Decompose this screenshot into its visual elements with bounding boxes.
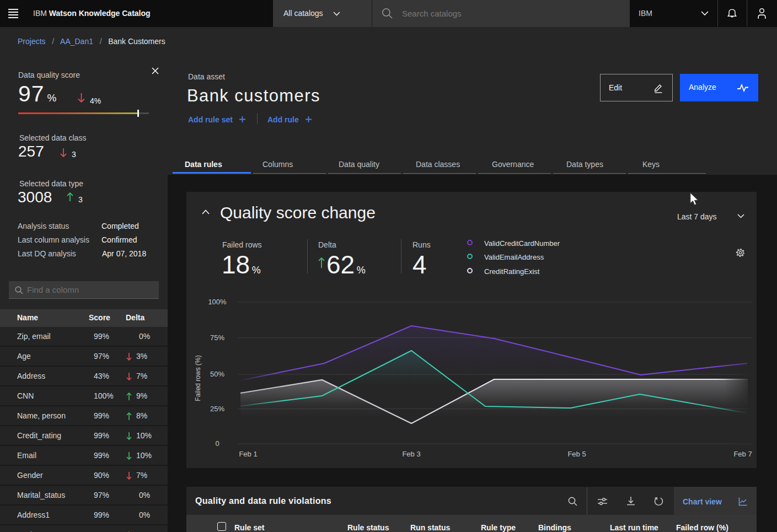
svg-text:75%: 75% bbox=[210, 334, 224, 342]
svg-text:Feb 7: Feb 7 bbox=[733, 450, 752, 458]
svg-text:Feb 5: Feb 5 bbox=[567, 450, 586, 458]
svg-text:Feb 3: Feb 3 bbox=[402, 450, 420, 458]
svg-text:25%: 25% bbox=[210, 405, 224, 413]
svg-text:0: 0 bbox=[215, 439, 219, 448]
svg-text:100%: 100% bbox=[208, 298, 227, 306]
svg-text:Failed rows (%): Failed rows (%) bbox=[194, 355, 202, 401]
svg-text:50%: 50% bbox=[210, 370, 224, 378]
svg-text:Feb 1: Feb 1 bbox=[239, 450, 257, 458]
